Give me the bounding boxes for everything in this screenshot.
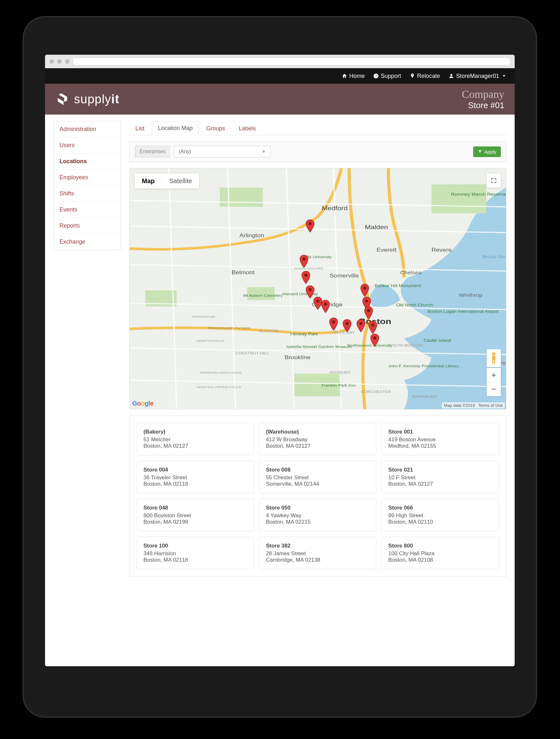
home-icon [342,73,347,79]
map-type-toggle: Map Satellite [135,173,199,189]
map-label: Castle Island [424,338,451,342]
location-name: Store 021 [388,467,492,473]
sidebar-item-users[interactable]: Users [54,137,121,154]
location-card[interactable]: Store 001419 Boston AvenueMedford, MA 02… [381,423,499,455]
tab-groups[interactable]: Groups [200,122,231,135]
map-label: Chelsea [400,270,422,276]
map-pin[interactable] [370,334,379,347]
map-panel[interactable]: MedfordMaldenArlingtonEverettRevereBelmo… [129,168,506,409]
svg-point-13 [324,303,327,305]
location-card[interactable]: Store 800100 City Hall PlazaBoston, MA 0… [381,537,499,569]
location-name: Store 050 [266,505,370,511]
nav-user-label: StoreManager01 [456,73,499,80]
map-pin[interactable] [306,219,315,233]
map-pin[interactable] [302,271,311,284]
svg-point-12 [316,299,319,302]
location-card[interactable]: Store 048800 Boylston StreetBoston, MA 0… [137,498,254,532]
sidebar-item-locations[interactable]: Locations [54,154,121,170]
sidebar-item-shifts[interactable]: Shifts [54,186,121,202]
map-pin[interactable] [364,306,373,319]
nav-support[interactable]: ? Support [373,73,401,80]
sidebar-item-exchange[interactable]: Exchange [54,234,121,250]
map-pin[interactable] [300,255,309,268]
enterprise-select-value: (Any) [179,149,191,154]
zoom-in-button[interactable]: + [487,368,501,382]
location-addr2: Boston, MA 02108 [388,557,492,563]
nav-home[interactable]: Home [342,73,365,80]
map-pin[interactable] [360,284,369,297]
traffic-light-zoom[interactable] [65,59,69,64]
tab-location-map[interactable]: Location Map [152,121,199,135]
map-label: DAVIS SQUARE [294,267,323,270]
location-card[interactable]: Store 06699 High StreetBoston, MA 02110 [381,498,499,532]
svg-point-22 [492,352,495,356]
location-card[interactable]: Store 02110 F StreetBoston, MA 02127 [381,461,499,493]
map-label: Belmont [232,270,255,276]
map-pin[interactable] [368,321,377,334]
traffic-light-close[interactable] [49,59,54,64]
map-label: Boston Logan International Airport [427,309,499,313]
location-card[interactable]: (Warehouse)412 W BroadwayBoston, MA 0212… [259,423,377,455]
map-label: CHESTNUT HILL [235,351,269,356]
company-name: Company [462,88,504,101]
location-addr1: 800 Boylston Street [144,512,247,519]
nav-user[interactable]: StoreManager01 [448,73,507,80]
svg-point-15 [346,322,349,325]
map-type-satellite[interactable]: Satellite [162,173,199,189]
brand-left: supplyit [55,92,119,106]
location-addr1: 419 Boston Avenue [388,436,492,443]
locations-panel: (Bakery)51 MelcherBoston, MA 02127(Wareh… [129,415,506,577]
map-pin[interactable] [329,318,338,330]
location-addr2: Boston, MA 02110 [388,519,492,525]
pin-icon [409,73,415,79]
location-addr2: Boston, MA 02215 [266,519,370,525]
pegman-icon [490,352,497,365]
top-nav: Home ? Support Relocate StoreManager01 [45,68,515,84]
map-label: Old North Church [396,303,433,307]
location-name: Store 066 [388,505,492,511]
map-label: NEWTONVILLE [196,339,224,342]
map-label: Massachusetts Turnpike [208,326,250,330]
location-addr1: 10 F Street [388,474,492,481]
map-pin[interactable] [356,319,365,332]
map-terms-link[interactable]: Terms of Use [478,403,503,408]
url-bar[interactable] [73,57,510,65]
map-label: Fenway Park [291,332,318,336]
location-card[interactable]: Store 0504 Yawkey WayBoston, MA 02215 [259,498,377,532]
map-label: SOUTH BOSTON [388,343,423,347]
map-label: Arlington [239,233,264,239]
location-card[interactable]: (Bakery)51 MelcherBoston, MA 02127 [137,423,254,455]
enterprise-select[interactable]: (Any) ▼ [174,146,270,157]
tab-labels[interactable]: Labels [232,122,262,135]
location-card[interactable]: Store 00855 Chester StreetSomerville, MA… [259,461,377,493]
svg-point-14 [332,320,335,323]
sidebar-item-administration[interactable]: Administration [54,121,121,137]
map-pin[interactable] [321,300,330,313]
pegman-button[interactable] [487,349,501,367]
fullscreen-button[interactable] [487,173,501,188]
location-name: Store 100 [144,543,247,549]
map-pin[interactable] [343,319,352,332]
traffic-light-minimize[interactable] [57,59,62,64]
zoom-out-button[interactable]: − [487,382,501,396]
tab-list[interactable]: List [129,122,151,135]
map-label: Isabella Stewart Gardner Museum [287,345,352,349]
location-card[interactable]: Store 100348 HarrisionBoston, MA 02118 [137,537,254,569]
google-logo: Google [132,400,153,407]
sidebar-item-reports[interactable]: Reports [54,218,121,234]
location-name: Store 004 [144,467,247,473]
svg-point-20 [367,309,370,312]
nav-relocate[interactable]: Relocate [409,73,440,80]
sidebar: AdministrationUsersLocationsEmployeesShi… [53,121,121,250]
map-label: Revere [431,247,451,253]
location-name: (Bakery) [144,429,247,435]
map-label: DORCHESTER [361,390,391,394]
sidebar-item-employees[interactable]: Employees [54,170,121,186]
svg-rect-6 [431,184,486,213]
location-card[interactable]: Store 00436 Traveler StreetBoston, MA 02… [137,461,254,493]
location-card[interactable]: Store 38228 James StreetCambridge, MA 02… [259,537,377,569]
sidebar-item-events[interactable]: Events [54,202,121,218]
map-label: Rumney Marsh Reservation [451,192,506,196]
apply-button[interactable]: Apply [473,146,501,157]
map-type-map[interactable]: Map [135,173,162,189]
